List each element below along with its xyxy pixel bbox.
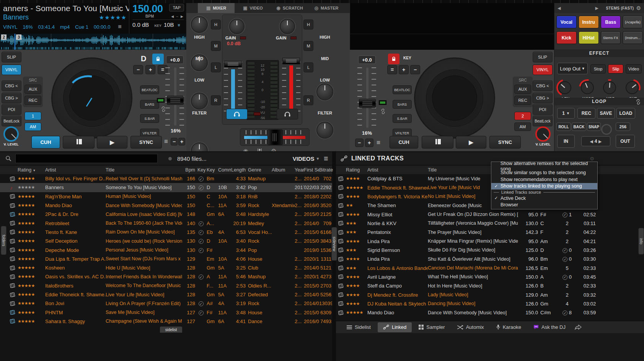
table-row[interactable]: ★★★★★ Self Deception Heroes (we could be… [0, 237, 332, 245]
col-artist[interactable]: Artist [45, 167, 106, 173]
share-icon[interactable] [575, 325, 582, 330]
beats-decrease-icon[interactable]: ◀ [590, 139, 593, 144]
bottom-tab-ask-the-dj[interactable]: Ask the DJ [528, 322, 571, 332]
deck1-play-button[interactable]: ▶ [97, 136, 127, 149]
search-input[interactable] [15, 154, 158, 163]
deck1-high-knob[interactable] [191, 16, 208, 33]
table-row[interactable]: ★★★★ DJ Kuba Neitan & Skytech Dancing [M… [336, 299, 644, 308]
key-match-icon[interactable]: » [176, 24, 182, 26]
col-key-extra[interactable]: Key [ [195, 167, 207, 173]
stem-button-acapella[interactable]: (Acapella) [623, 16, 643, 28]
table-row[interactable]: ★★★★★ Eddie Thoneick ft. Shawne... Live … [0, 290, 332, 299]
table-row[interactable]: ★★★★★ Mando Diao Dance With Somebody [Mu… [0, 201, 332, 210]
effect-selector[interactable]: Loop Out▼ [557, 63, 588, 74]
table-row[interactable]: ★★★★ Bodybangers ft. Victoria Kern No Li… [336, 192, 644, 201]
deck2-pitch-slider[interactable] [357, 67, 377, 128]
loop-load-button[interactable]: LOAD [616, 108, 635, 119]
eq-kill-h-button[interactable]: H [303, 20, 313, 29]
col-genre[interactable]: Genre [248, 167, 272, 173]
deck-button-beatlock[interactable]: BeatLock [2, 116, 21, 126]
rec-button[interactable]: REC [24, 96, 41, 105]
effect-stop-button[interactable]: Stop [590, 64, 606, 74]
file-table-header[interactable]: Rating ▼ Artist Title Bpm Key [ Key Comm… [0, 166, 332, 174]
deck2-play-button[interactable]: ▶ [456, 136, 486, 149]
table-row[interactable]: ★★★★★ Tiesto ft. Kane Rain Down On Me [M… [0, 228, 332, 237]
deck2-gain-knob[interactable] [280, 19, 295, 34]
deck2-zoom-minus[interactable]: − [355, 139, 364, 147]
deck2-cue-button[interactable]: CUH [390, 136, 418, 149]
sideview-tab[interactable]: sideview [331, 227, 337, 261]
col-bpm[interactable]: Bpm [182, 167, 195, 173]
crossfader[interactable] [240, 128, 310, 146]
table-row[interactable]: ★★★★★ Sahara tt. Shaggy Champagne (Steve… [0, 317, 332, 326]
deck-button-cbg>[interactable]: CBG > [533, 93, 553, 103]
search-icon[interactable] [5, 155, 11, 162]
deck2-pitch-handle[interactable] [359, 99, 376, 108]
table-row[interactable]: ★★★ Pentatonix The Prayer [Music Video] … [336, 228, 644, 237]
aux-button[interactable]: AUX [24, 85, 41, 94]
deck2-vlevel-knob[interactable]: V. LEVEL [533, 126, 553, 146]
deck2-key-minus[interactable]: − [410, 65, 420, 74]
deck2-key-reset[interactable]: = [387, 65, 397, 74]
deck1-number-button[interactable]: 1 [24, 112, 41, 120]
loop-move-knob[interactable] [601, 124, 612, 135]
bpm-nudge-arrows[interactable]: ◀ ‒ ▶ [171, 15, 184, 18]
stems-next-icon[interactable]: ▶ [595, 6, 598, 11]
loop-save-button[interactable]: SAVE [597, 108, 615, 119]
col-rating[interactable]: Rating [346, 167, 367, 173]
table-row[interactable]: ★★★★★ Depeche Mode Personal Jesus [Music… [0, 245, 332, 254]
loop-back-button[interactable]: BACK [572, 123, 586, 131]
deck1-key-plus[interactable]: + [145, 65, 155, 74]
stem-button-bass[interactable]: Bass [601, 16, 621, 28]
deck2-sync-button[interactable]: SYNC [489, 136, 521, 149]
table-row[interactable]: ★★★★ Coldplay & BTS My Universe [Music V… [336, 174, 644, 183]
stem-button-instrum[interactable]: (Instrum... [623, 31, 643, 44]
stem-button-hihat[interactable]: HiHat [579, 31, 599, 44]
mixer-tab-scratch[interactable]: ◉SCRATCH [271, 3, 308, 13]
menu-item[interactable]: Show alternative remixes for the selecte… [491, 163, 597, 170]
table-row[interactable]: ★★★ Los Lobos & Antonio Banderas Cancion… [336, 263, 644, 272]
deck2-jogwheel[interactable] [414, 57, 495, 139]
col-key[interactable]: Key [207, 167, 218, 173]
eq-kill-m-button[interactable]: M [211, 41, 221, 51]
stem-button-instru[interactable]: Instru [579, 16, 599, 28]
deck1-pitch-slider[interactable] [165, 67, 185, 126]
menu-item-source[interactable]: Browser [491, 202, 597, 209]
table-row[interactable]: ★★★★ Missy Elliot Get Ur Freak On (DJ Bi… [336, 210, 644, 219]
table-row[interactable]: ★★★★★ Dua Lipa ft. Temper Trap A... Swee… [0, 255, 332, 263]
table-row[interactable]: ★★★★★ Mando Diao Dance With Somebody [Mu… [336, 308, 644, 317]
loop-link-icon[interactable] [636, 99, 641, 105]
eq-kill-r-button[interactable]: R [303, 95, 313, 105]
crossfader-handle[interactable] [267, 129, 283, 145]
stem-button-vocal[interactable]: Vocal [556, 16, 577, 28]
stem-button-stemsfx[interactable]: Stems FX [601, 31, 621, 44]
deck-button-vinyl[interactable]: VINYL [533, 64, 553, 75]
sidelist-mini-tab[interactable]: sidelist [160, 327, 182, 333]
table-row[interactable]: ★★★★ Linda Pira Knäpper Mina Fingrar (Re… [336, 237, 644, 245]
deck1-sync-button[interactable]: SYNC [130, 136, 162, 149]
stripe-button-sbar[interactable]: S.BAR [140, 114, 159, 123]
aux-button[interactable]: AUX [514, 85, 531, 94]
eq-kill-l-button[interactable]: L [211, 62, 221, 72]
deck1-low-knob[interactable] [191, 93, 208, 109]
table-row[interactable]: ★★★★★ Kosheen Hide U [Music Video] 128 G… [0, 263, 332, 272]
stripe-button-beatloc[interactable]: BEATLOC [393, 85, 412, 94]
effect-video-button[interactable]: Video [626, 64, 642, 74]
loop-snap-button[interactable]: SNAP [587, 123, 601, 131]
mixer-tab-mixer[interactable]: ▦MIXER [198, 3, 235, 13]
col-album[interactable]: Album [272, 167, 295, 173]
table-row[interactable]: ★★★★★ PHNTM Save Me [Music Video] 127 ✓ … [0, 308, 332, 317]
deck1-waveform[interactable]: 2 3 [0, 34, 186, 50]
bottom-tab-automix[interactable]: Automix [452, 322, 489, 332]
deck-button-slip[interactable]: SLIP [533, 52, 553, 62]
folders-tab[interactable]: folders [1, 226, 7, 255]
menu-item[interactable]: Show similar songs to the selected song [491, 170, 597, 176]
deck-button-cbg<[interactable]: CBG < [533, 80, 553, 91]
stem-button-kick[interactable]: Kick [556, 31, 577, 44]
bottom-tab-sampler[interactable]: Sampler [413, 322, 450, 332]
deck1-vlevel-knob[interactable]: V. LEVEL [1, 126, 21, 146]
eq-kill-r-button[interactable]: R [211, 95, 221, 105]
table-row[interactable]: ★★★★ Dj Mendez ft. Crossfire Lady [Music… [336, 290, 644, 299]
info-tab[interactable]: info [638, 228, 644, 255]
bottom-tab-sidelist[interactable]: Sidelist [341, 322, 376, 332]
